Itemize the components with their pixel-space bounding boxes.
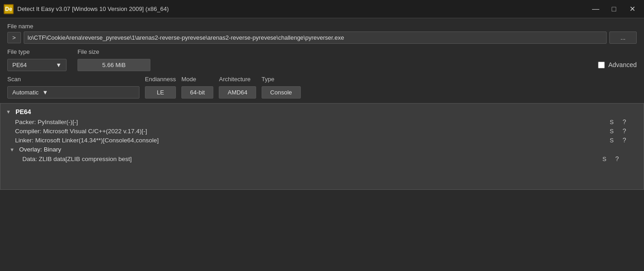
results-panel: ▼ PE64 Packer: PyInstaller(-)[‑] S ? Com… <box>0 103 644 190</box>
browse-button[interactable]: ... <box>609 31 637 44</box>
type-group: Type Console <box>262 76 301 99</box>
window-title: Detect It Easy v3.07 [Windows 10 Version… <box>17 5 169 12</box>
info-cols: Endianness LE Mode 64-bit Architecture A… <box>145 76 301 99</box>
file-type-group: File type PE64 ▼ <box>7 48 67 71</box>
sub-header-row: ▼ Overlay: Binary <box>0 145 644 154</box>
scan-value: Automatic <box>12 89 39 96</box>
result-root-label: PE64 <box>15 108 638 115</box>
scan-and-info: Scan Automatic ▼ Endianness LE Mode 64-b… <box>7 76 637 99</box>
result-item-2-q[interactable]: ? <box>620 136 629 144</box>
title-bar-left: De Detect It Easy v3.07 [Windows 10 Vers… <box>4 4 169 14</box>
file-size-label: File size <box>77 48 150 55</box>
endianness-group: Endianness LE <box>145 76 176 99</box>
mode-group: Mode 64-bit <box>181 76 214 99</box>
type-label: Type <box>262 76 301 83</box>
architecture-label: Architecture <box>219 76 256 83</box>
sub-item-0-text: Data: ZLIB data[ZLIB compression best] <box>22 156 596 162</box>
sub-expand-arrow[interactable]: ▼ <box>10 147 15 152</box>
scan-label: Scan <box>7 76 139 83</box>
cmd-button[interactable]: > <box>7 32 21 43</box>
scan-dropdown[interactable]: Automatic ▼ <box>7 86 139 99</box>
meta-left: File type PE64 ▼ File size 5.66 MiB <box>7 48 150 71</box>
table-row: Linker: Microsoft Linker(14.34**)[Consol… <box>0 136 644 145</box>
sub-item-0-s: S <box>600 156 609 162</box>
title-bar: De Detect It Easy v3.07 [Windows 10 Vers… <box>0 0 644 18</box>
mode-value[interactable]: 64-bit <box>181 86 214 99</box>
minimize-button[interactable]: — <box>587 2 604 16</box>
file-type-value: PE64 <box>12 62 27 68</box>
top-section: File name > ... File type PE64 ▼ File si… <box>0 18 644 101</box>
file-type-label: File type <box>7 48 67 55</box>
file-type-arrow: ▼ <box>56 62 62 68</box>
advanced-row: Advanced <box>598 48 637 68</box>
root-expand-arrow[interactable]: ▼ <box>6 109 11 115</box>
result-item-1-s: S <box>607 128 616 135</box>
scan-section: Scan Automatic ▼ Endianness LE Mode 64-b… <box>7 76 637 99</box>
result-item-1-q[interactable]: ? <box>620 127 629 135</box>
table-row: Compiler: Microsoft Visual C/C++(2022 v.… <box>0 126 644 136</box>
meta-advanced-row: File type PE64 ▼ File size 5.66 MiB Adva… <box>7 48 637 71</box>
architecture-group: Architecture AMD64 <box>219 76 256 99</box>
file-path-input[interactable] <box>24 31 607 44</box>
sub-item-0-q[interactable]: ? <box>613 155 622 162</box>
scan-arrow: ▼ <box>42 89 48 96</box>
sub-header-label: Overlay: Binary <box>19 146 634 153</box>
file-size-group: File size 5.66 MiB <box>77 48 150 71</box>
type-value[interactable]: Console <box>262 86 301 99</box>
endianness-label: Endianness <box>145 76 176 83</box>
endianness-value[interactable]: LE <box>145 86 176 99</box>
advanced-checkbox[interactable] <box>598 62 605 68</box>
result-item-0-q[interactable]: ? <box>620 118 629 125</box>
architecture-value[interactable]: AMD64 <box>219 86 256 99</box>
maximize-button[interactable]: □ <box>606 2 622 16</box>
file-name-label: File name <box>7 23 637 30</box>
result-item-2-s: S <box>607 137 616 144</box>
scan-group: Scan Automatic ▼ <box>7 76 139 99</box>
result-item-1-text: Compiler: Microsoft Visual C/C++(2022 v.… <box>15 128 603 135</box>
app-icon: De <box>4 4 14 14</box>
close-button[interactable]: ✕ <box>624 2 640 16</box>
mode-label: Mode <box>181 76 214 83</box>
result-root-row: ▼ PE64 <box>0 106 644 117</box>
file-size-value: 5.66 MiB <box>77 59 150 71</box>
table-row: Data: ZLIB data[ZLIB compression best] S… <box>0 154 644 163</box>
advanced-label: Advanced <box>608 61 637 68</box>
file-name-row: > ... <box>7 31 637 44</box>
table-row: Packer: PyInstaller(-)[‑] S ? <box>0 117 644 126</box>
result-item-0-s: S <box>607 119 616 125</box>
title-bar-controls: — □ ✕ <box>587 2 640 16</box>
result-item-2-text: Linker: Microsoft Linker(14.34**)[Consol… <box>15 137 603 144</box>
result-item-0-text: Packer: PyInstaller(-)[‑] <box>15 119 603 125</box>
file-type-dropdown[interactable]: PE64 ▼ <box>7 59 67 71</box>
